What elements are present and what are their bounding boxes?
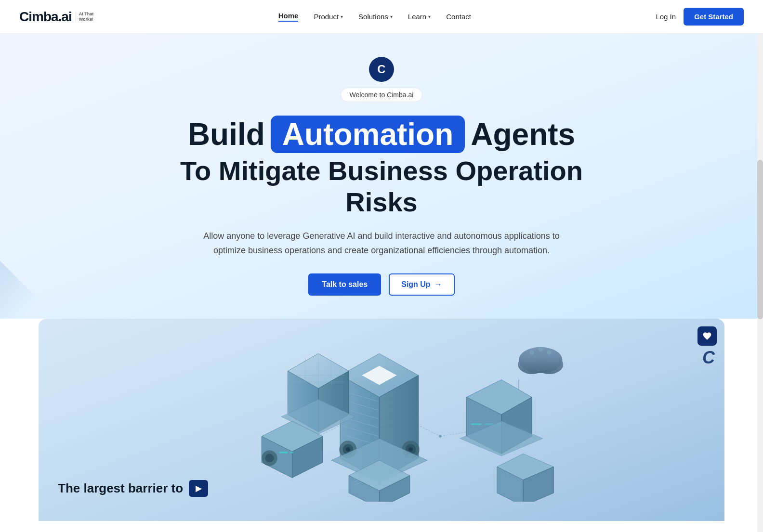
- navbar: Cimba.ai AI That Works! Home Product ▾ S…: [0, 0, 763, 34]
- chevron-down-icon: ▾: [428, 14, 431, 19]
- scrollbar-thumb[interactable]: [757, 160, 763, 320]
- svg-point-61: [539, 347, 543, 351]
- cloud-shape: [518, 347, 563, 374]
- nav-item-contact[interactable]: Contact: [446, 13, 471, 21]
- headline-suffix: Agents: [471, 117, 575, 151]
- logo-badge: AI That Works!: [76, 12, 94, 22]
- arrow-icon: →: [434, 280, 442, 289]
- chevron-down-icon: ▾: [341, 14, 343, 19]
- svg-rect-48: [279, 452, 288, 454]
- hero-h2: To Mitigate Business Operation Risks: [165, 155, 598, 218]
- logo[interactable]: Cimba.ai AI That Works!: [19, 9, 93, 25]
- isometric-illustration: [39, 319, 724, 502]
- svg-point-29: [346, 447, 350, 452]
- tech-network-svg: [39, 319, 724, 502]
- nav-item-product[interactable]: Product ▾: [314, 13, 343, 21]
- sign-up-button[interactable]: Sign Up →: [389, 273, 454, 296]
- chevron-down-icon: ▾: [390, 14, 393, 19]
- login-button[interactable]: Log In: [656, 13, 676, 21]
- hero-ctas: Talk to sales Sign Up →: [308, 273, 454, 296]
- video-play-button[interactable]: [189, 480, 208, 497]
- nav-links: Home Product ▾ Solutions ▾ Learn ▾ Conta…: [278, 12, 471, 22]
- svg-point-8: [439, 435, 441, 437]
- hero-subtext: Allow anyone to leverage Generative AI a…: [194, 229, 569, 258]
- hero-headline: Build Automation Agents To Mitigate Busi…: [165, 116, 598, 218]
- svg-point-47: [265, 454, 274, 462]
- svg-point-59: [535, 355, 563, 374]
- content-card-wrapper: C: [0, 319, 763, 521]
- scrollbar-track: [757, 0, 763, 521]
- headline-prefix: Build: [188, 117, 265, 151]
- nav-item-learn[interactable]: Learn ▾: [408, 13, 431, 21]
- hero-logo-icon: C: [369, 57, 394, 82]
- card-bottom-text: The largest barrier to: [58, 480, 208, 497]
- svg-point-32: [408, 447, 413, 452]
- svg-rect-53: [471, 423, 481, 425]
- get-started-button[interactable]: Get Started: [684, 8, 744, 26]
- logo-text: Cimba.ai: [19, 9, 72, 25]
- svg-point-60: [530, 350, 534, 355]
- svg-rect-49: [290, 452, 293, 454]
- talk-to-sales-button[interactable]: Talk to sales: [308, 273, 381, 296]
- headline-highlight: Automation: [271, 116, 465, 153]
- nav-actions: Log In Get Started: [656, 8, 744, 26]
- content-card: C: [39, 319, 724, 521]
- hero-section: C Welcome to Cimba.ai Build Automation A…: [0, 34, 763, 319]
- hero-h1: Build Automation Agents: [165, 116, 598, 153]
- hero-bg-decoration: [0, 261, 58, 319]
- welcome-badge: Welcome to Cimba.ai: [341, 88, 423, 102]
- nav-item-solutions[interactable]: Solutions ▾: [358, 13, 393, 21]
- svg-point-62: [547, 350, 552, 355]
- nav-item-home[interactable]: Home: [278, 12, 299, 22]
